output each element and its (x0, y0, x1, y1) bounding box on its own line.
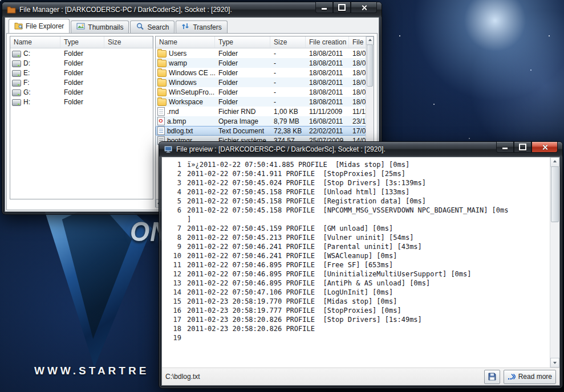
drive-name: H: (23, 98, 30, 106)
file-row[interactable]: WinSetupFro...Folder-18/08/201118/08/2 (156, 87, 366, 97)
minimize-button[interactable] (315, 2, 333, 13)
column-header-file-creation[interactable]: File creation (306, 36, 349, 48)
file-name: wamp (169, 59, 187, 67)
maximize-button[interactable] (333, 2, 351, 13)
drive-type: Folder (60, 79, 104, 87)
file-row[interactable]: UsersFolder-18/08/201118/08/2 (156, 48, 366, 58)
tab-file-explorer[interactable]: File Explorer (9, 19, 70, 33)
drives-list: Name Type Size C:FolderD:FolderE:FolderF… (10, 36, 153, 199)
file-name: Users (169, 50, 186, 58)
tab-label: Transfers (193, 23, 221, 31)
drive-row[interactable]: E:Folder (10, 68, 153, 77)
file-type: Folder (215, 88, 270, 96)
tab-search[interactable]: Search (130, 21, 175, 33)
log-line: 19 (163, 333, 550, 342)
log-text: 2011-02-22 07:50:46.241 PROFILE [WSAClea… (187, 251, 397, 260)
scroll-up-button[interactable] (366, 36, 374, 45)
drive-name-cell: H: (10, 98, 60, 106)
close-button[interactable] (531, 142, 558, 153)
file-size: - (270, 69, 306, 77)
drive-row[interactable]: G:Folder (10, 87, 153, 97)
log-line: 102011-02-22 07:50:46.241 PROFILE [WSACl… (163, 251, 550, 260)
tab-transfers[interactable]: Transfers (176, 21, 227, 33)
line-number: 8 (163, 233, 187, 242)
drive-row[interactable]: D:Folder (10, 58, 153, 68)
column-header-name[interactable]: Name (156, 36, 215, 48)
column-header-size[interactable]: Size (104, 36, 153, 48)
drive-name: D: (23, 59, 30, 67)
file-name-cell: a.bmp (156, 117, 215, 125)
log-viewer[interactable]: 1ï»¿2011-02-22 07:50:41.885 PROFILE [Mid… (162, 157, 559, 368)
file-name-cell: Windows CE ... (156, 68, 215, 77)
file-type: Folder (215, 59, 270, 67)
file-type: Folder (215, 69, 270, 77)
line-number: 15 (163, 297, 187, 306)
drive-icon (12, 99, 21, 106)
file-row[interactable]: WorkspaceFolder-18/08/201118/08/2 (156, 97, 366, 107)
file-creation-date: 18/08/2011 (306, 79, 349, 87)
log-line: ] (163, 215, 550, 224)
log-line: 42011-02-22 07:50:45.158 PROFILE [Unload… (163, 187, 550, 197)
preview-vertical-scrollbar[interactable] (550, 157, 559, 368)
maximize-button[interactable] (514, 142, 531, 153)
line-number: 18 (163, 324, 187, 333)
file-size: - (270, 59, 306, 67)
file-last-date: 11/11/2 (349, 108, 366, 116)
folder-icon (157, 60, 167, 67)
maximize-icon (519, 144, 526, 150)
minimize-button[interactable] (496, 142, 514, 153)
line-number: 16 (163, 306, 187, 315)
drive-icon (12, 89, 21, 96)
log-line: 32011-02-22 07:50:45.024 PROFILE [Stop D… (163, 178, 550, 187)
log-text: 2011-02-23 20:58:20.826 PROFILE [Stop Dr… (187, 315, 422, 324)
scroll-up-button[interactable] (550, 157, 559, 167)
log-line: 82011-02-22 07:50:45.213 PROFILE [Vulner… (163, 233, 550, 242)
log-text: 2011-02-22 07:50:45.024 PROFILE [Stop Dr… (187, 178, 426, 187)
file-type: Text Document (215, 127, 270, 135)
scroll-down-button[interactable] (550, 358, 559, 368)
file-preview-title: File preview : [DARKCODERSC-PC / DarkCod… (176, 145, 386, 153)
column-header-size[interactable]: Size (270, 36, 306, 48)
file-name-cell: .rnd (156, 107, 215, 116)
log-line: 52011-02-22 07:50:45.158 PROFILE [Regist… (163, 197, 550, 206)
file-name: Windows (169, 79, 197, 87)
file-creation-date: 18/08/2011 (306, 98, 349, 106)
column-header-type[interactable]: Type (60, 36, 104, 48)
drive-row[interactable]: F:Folder (10, 77, 153, 87)
tab-thumbnails[interactable]: Thumbnails (71, 21, 129, 33)
column-header-type[interactable]: Type (215, 36, 270, 48)
file-row[interactable]: .rndFichier RND1,00 KB11/11/200911/11/2 (156, 107, 366, 116)
scrollbar-thumb[interactable] (367, 44, 373, 87)
search-icon (136, 22, 144, 32)
files-list-header: Name Type Size File creation File last (156, 36, 374, 48)
file-row[interactable]: wampFolder-18/08/201118/08/2 (156, 58, 366, 68)
folder-icon (157, 99, 167, 106)
arrow-up-icon (553, 160, 557, 162)
column-header-name[interactable]: Name (10, 36, 60, 48)
drive-name-cell: G: (10, 88, 60, 96)
file-row[interactable]: a.bmpOpera Image8,79 MB16/08/201123/12/2 (156, 116, 366, 126)
save-button[interactable] (484, 370, 500, 384)
log-text: 2011-02-22 07:50:46.241 PROFILE [Parenta… (187, 242, 422, 251)
file-row[interactable]: WindowsFolder-18/08/201118/08/2 (156, 77, 366, 87)
file-name-cell: wamp (156, 59, 215, 67)
scrollbar-thumb[interactable] (551, 166, 559, 222)
file-last-date: 18/08/2 (349, 79, 366, 87)
drive-name: E: (23, 69, 30, 77)
drive-row[interactable]: H:Folder (10, 97, 153, 107)
log-text: 2011-02-23 20:58:19.770 PROFILE [Midas s… (187, 297, 397, 306)
drives-list-header: Name Type Size (10, 36, 153, 48)
read-more-button[interactable]: Read more (504, 370, 556, 384)
close-button[interactable] (351, 2, 377, 13)
arrow-up-icon (368, 39, 372, 41)
drive-type: Folder (60, 59, 104, 67)
folder-icon (157, 50, 167, 58)
drive-name-cell: D: (10, 59, 60, 67)
drive-row[interactable]: C:Folder (10, 48, 153, 58)
file-row[interactable]: bdlog.txtText Document72,38 KB22/02/2011… (156, 126, 366, 136)
file-row[interactable]: Windows CE ...Folder-18/08/201118/08/2 (156, 68, 366, 77)
explorer-icon (14, 22, 23, 31)
line-number: 1 (163, 160, 187, 169)
line-number: 5 (163, 197, 187, 206)
log-line: 122011-02-22 07:50:46.895 PROFILE [Unini… (163, 270, 550, 279)
